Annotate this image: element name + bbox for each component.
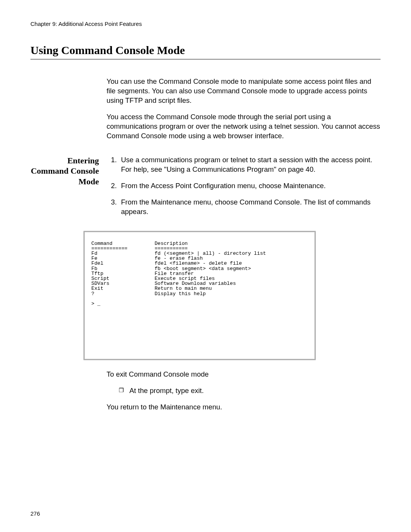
intro-paragraph-1: You can use the Command Console mode to … — [107, 77, 381, 105]
exit-right: To exit Command Console mode At the prom… — [107, 370, 381, 419]
exit-block: To exit Command Console mode At the prom… — [30, 370, 381, 419]
chapter-header: Chapter 9: Additional Access Point Featu… — [30, 21, 381, 27]
steps-list: Use a communications program or telnet t… — [107, 155, 381, 217]
side-heading: Entering Command Console Mode — [30, 155, 99, 187]
page-title: Using Command Console Mode — [30, 44, 185, 56]
exit-after-text: You return to the Maintenance menu. — [107, 403, 381, 412]
steps-right: Use a communications program or telnet t… — [107, 155, 381, 224]
step-1: Use a communications program or telnet t… — [119, 155, 381, 174]
exit-heading: To exit Command Console mode — [107, 370, 381, 379]
step-3: From the Maintenance menu, choose Comman… — [119, 198, 381, 217]
step-2: From the Access Point Configuration menu… — [119, 181, 381, 191]
intro-block: You can use the Command Console mode to … — [30, 77, 381, 148]
command-console-output: Command Description ============ =======… — [84, 231, 315, 360]
steps-block: Entering Command Console Mode Use a comm… — [30, 155, 381, 224]
side-heading-col: Entering Command Console Mode — [30, 155, 107, 187]
intro-right: You can use the Command Console mode to … — [107, 77, 381, 148]
intro-paragraph-2: You access the Command Console mode thro… — [107, 112, 381, 141]
exit-bullet-list: At the prompt, type exit. — [107, 386, 381, 396]
title-row: Using Command Console Mode — [30, 44, 381, 59]
console-wrap: Command Description ============ =======… — [84, 231, 365, 360]
page-number: 276 — [30, 510, 40, 517]
exit-bullet-item: At the prompt, type exit. — [119, 386, 381, 396]
page: Chapter 9: Additional Access Point Featu… — [0, 0, 411, 532]
